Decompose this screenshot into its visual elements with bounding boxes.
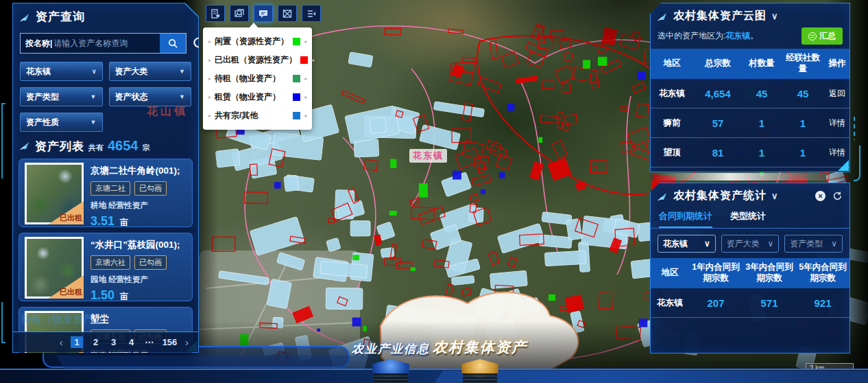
asset-name: 京塘二社牛角岭(001); — [91, 165, 186, 177]
summarize-button[interactable]: 汇总 — [801, 27, 843, 45]
filter-asset-status-value: 资产状态 — [115, 91, 148, 103]
asset-tag: 已勾画 — [134, 255, 167, 270]
legend-label: 闲置（资源性资产） — [215, 36, 289, 47]
chevron-left-icon: ◂ — [304, 94, 306, 100]
legend-label: 已出租（资源性资产） — [215, 54, 297, 66]
page-number[interactable]: 2 — [91, 337, 101, 347]
stats-town-value: 花东镇 — [663, 238, 688, 250]
box-select-button[interactable] — [278, 5, 297, 22]
asset-tag: 京塘六社 — [91, 255, 130, 270]
village-count: 1 — [743, 167, 781, 172]
filter-town-select[interactable]: 花东镇 ∨ — [20, 62, 103, 81]
asset-card[interactable]: 已出租 “水井口”荔枝园(001); 京塘六社 已勾画 园地 经营性资产 1.5… — [19, 233, 193, 301]
page-number[interactable]: 156 — [162, 337, 178, 347]
stats-asset-type-select[interactable]: 资产类型 ∨ — [784, 235, 843, 253]
region-name: 狮前 — [651, 108, 693, 138]
expiry-3yr-count: 571 — [743, 288, 796, 318]
nav-item-collective-assets[interactable]: 农村集体资产 — [425, 338, 535, 383]
nav-item-agriculture-info[interactable]: 农业产业信息 — [343, 341, 439, 383]
asset-tag: 京塘二社 — [91, 181, 130, 196]
image-layers-icon — [234, 8, 245, 19]
back-action-link[interactable]: 返回 — [825, 79, 849, 108]
total-count: 57 — [693, 108, 743, 138]
refresh-icon[interactable] — [832, 191, 843, 201]
region-name: 鸿鹤 — [651, 167, 693, 172]
legend-color-chip — [293, 75, 300, 82]
detail-action-link[interactable]: 详情 — [825, 108, 849, 138]
filter-asset-nature-select[interactable]: 资产性质 ▼ — [20, 113, 103, 132]
edge-decor — [1, 103, 5, 178]
map-legend: ▸ 闲置（资源性资产） ◂ ▸ 已出租（资源性资产） ◂ ▸ 待租（物业资产） … — [203, 27, 312, 130]
panel-title: 资产查询 — [36, 9, 85, 25]
page-ellipsis[interactable]: ⋯ — [145, 337, 154, 347]
legend-item-shared-other[interactable]: ▸ 共有宗/其他 ◂ — [207, 106, 308, 125]
chevron-down-icon[interactable]: ∨ — [771, 11, 778, 21]
stats-asset-type-value: 资产类型 — [790, 238, 823, 250]
asset-thumbnail: 已出租 — [25, 163, 84, 224]
total-count: 81 — [693, 138, 743, 167]
asset-count-suffix: 宗 — [143, 143, 150, 153]
hex-pedestal-base — [374, 373, 408, 383]
image-layers-button[interactable] — [230, 5, 249, 22]
hex-pedestal-base — [463, 373, 497, 383]
region-name: 花东镇 — [651, 79, 693, 108]
page-number[interactable]: 1 — [71, 336, 82, 348]
filter-asset-status-select[interactable]: 资产状态 ▼ — [109, 87, 192, 106]
panel-title: 农村集体资产云图 — [673, 9, 767, 23]
doc-export-icon — [210, 8, 221, 19]
selected-region-suffix: 。 — [750, 31, 758, 40]
next-page-icon[interactable]: › — [185, 337, 189, 348]
edge-decor — [1, 302, 5, 343]
list-collapse-button[interactable] — [302, 5, 321, 22]
doc-export-button[interactable] — [206, 5, 225, 22]
nav-label: 农村集体资产 — [433, 338, 527, 357]
asset-count: 4654 — [108, 139, 138, 152]
selected-region-value: 花东镇 — [725, 31, 750, 40]
search-box: 按名称| — [20, 33, 186, 54]
tab-contract-expiry[interactable]: 合同到期统计 — [659, 207, 712, 228]
page-number[interactable]: 4 — [127, 337, 136, 347]
dropdown-arrow-icon: ▼ — [179, 68, 185, 75]
legend-item-idle[interactable]: ▸ 闲置（资源性资产） ◂ — [207, 32, 308, 51]
map-toolbar — [206, 5, 321, 22]
legend-item-for-rent[interactable]: ▸ 待租（物业资产） ◂ — [207, 69, 308, 88]
filter-asset-type-select[interactable]: 资产类型 ▼ — [20, 87, 103, 106]
asset-card[interactable]: 已出租 京塘二社牛角岭(001); 京塘二社 已勾画 耕地 经营性资产 3.51… — [19, 159, 193, 227]
coop-count: 1 — [781, 108, 825, 138]
tab-type-stats[interactable]: 类型统计 — [730, 207, 766, 228]
expiry-5yr-count: 921 — [796, 288, 849, 318]
ghost-legend-label: 待租（物业资产） — [21, 313, 104, 326]
legend-item-leased[interactable]: ▸ 租赁（物业资产） ◂ — [207, 88, 308, 106]
chevron-right-icon: ▸ — [208, 38, 211, 45]
legend-color-chip — [293, 38, 300, 45]
map-label-town: 花东镇 — [409, 149, 447, 163]
search-button[interactable] — [160, 34, 186, 53]
coop-count: 45 — [781, 79, 825, 108]
stats-tabs: 合同到期统计 类型统计 — [651, 206, 849, 229]
search-input[interactable] — [53, 38, 160, 48]
edge-decor — [854, 146, 860, 181]
asset-cloud-panel: 农村集体资产云图 ∨ 选中的资产地区为:花东镇。 汇总 地区 总宗数 村数量 经… — [650, 3, 850, 172]
asset-query-panel: 资产查询 按名称| 花东 — [12, 3, 199, 353]
filter-asset-nature-value: 资产性质 — [26, 117, 59, 128]
dropdown-arrow-icon: ▼ — [91, 93, 97, 100]
summarize-button-label: 汇总 — [819, 30, 836, 42]
village-count: 45 — [743, 79, 781, 108]
stats-town-select[interactable]: 花东镇 ∨ — [658, 235, 716, 253]
panel-fold-decor — [838, 160, 849, 171]
chevron-right-icon: ▸ — [208, 76, 211, 82]
search-icon — [168, 38, 178, 49]
legend-item-rented-out[interactable]: ▸ 已出租（资源性资产） ◂ — [207, 51, 308, 69]
chevron-down-icon: ∨ — [768, 239, 774, 248]
asset-category: 园地 经营性资产 — [91, 275, 186, 285]
legend-toggle-button[interactable] — [254, 5, 273, 22]
prev-page-icon[interactable]: ‹ — [60, 337, 63, 348]
filter-town-value: 花东镇 — [26, 66, 51, 78]
close-icon[interactable]: ✕ — [815, 191, 825, 201]
chevron-down-icon[interactable]: ∨ — [771, 191, 778, 201]
filter-asset-class-select[interactable]: 资产大类 ▼ — [109, 62, 192, 81]
asset-name: 塱坣 — [91, 313, 186, 325]
asset-tag: 已勾画 — [134, 181, 167, 196]
page-number[interactable]: 3 — [109, 337, 119, 347]
stats-asset-class-select[interactable]: 资产大类 ∨ — [721, 235, 780, 253]
